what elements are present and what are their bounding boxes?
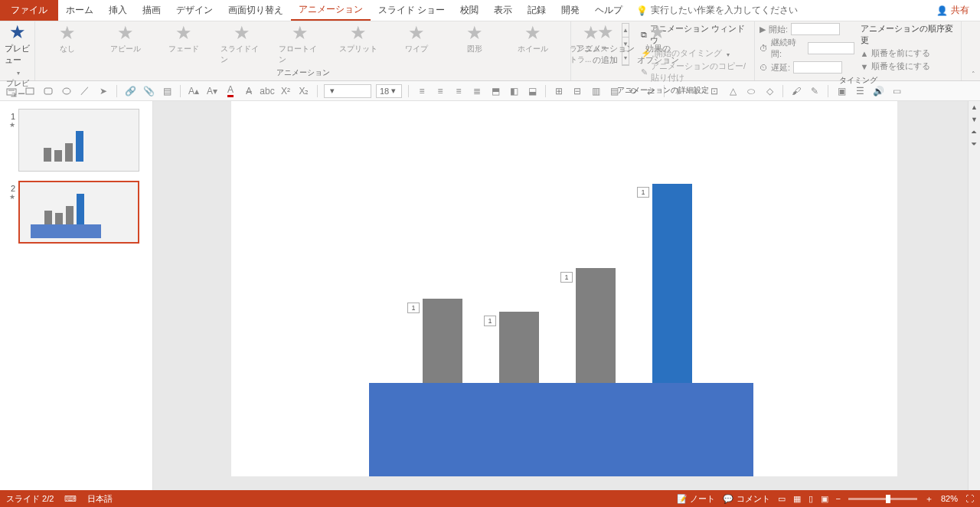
- slide-thumbnail-2[interactable]: [18, 181, 139, 244]
- start-combo[interactable]: [791, 23, 840, 35]
- slide-editor[interactable]: 1 1 1 1 ▲ ▼ ⏶ ⏷: [153, 101, 980, 490]
- reading-view-icon[interactable]: ▯: [808, 494, 813, 504]
- bar-shape-2[interactable]: [499, 312, 539, 383]
- delay-icon: ⏲: [760, 63, 768, 72]
- tell-me-search[interactable]: 💡 実行したい作業を入力してください: [630, 0, 804, 21]
- share-button[interactable]: 👤 共有: [926, 0, 980, 21]
- anim-label: スライドイン: [220, 44, 263, 65]
- anim-split[interactable]: ★スプリット: [337, 24, 380, 54]
- tab-view[interactable]: 表示: [486, 0, 520, 21]
- ellipse-icon[interactable]: [60, 84, 74, 98]
- subscript-icon[interactable]: X₂: [297, 84, 311, 98]
- animation-tag[interactable]: 1: [484, 316, 496, 326]
- tab-record[interactable]: 記録: [520, 0, 554, 21]
- valign-bot-icon[interactable]: ⬓: [525, 84, 539, 98]
- bar-shape-4[interactable]: [652, 184, 692, 383]
- move-earlier-label: 順番を前にする: [871, 47, 930, 59]
- tab-file[interactable]: ファイル: [0, 0, 58, 21]
- scroll-up-icon[interactable]: ▲: [969, 101, 980, 113]
- notes-button[interactable]: 📝 ノート: [677, 493, 715, 505]
- star-icon: ★: [9, 23, 26, 41]
- slide-canvas[interactable]: 1 1 1 1: [231, 101, 897, 476]
- scroll-down-icon[interactable]: ▼: [969, 113, 980, 126]
- align-center-icon[interactable]: ≡: [433, 84, 447, 98]
- font-combo[interactable]: ▾: [324, 84, 371, 98]
- base-rectangle[interactable]: [369, 383, 753, 476]
- vertical-scrollbar[interactable]: ▲ ▼ ⏶ ⏷: [968, 101, 980, 490]
- link-icon[interactable]: 🔗: [123, 84, 137, 98]
- language-indicator[interactable]: 日本語: [87, 493, 113, 505]
- font-decrease-icon[interactable]: A▾: [205, 84, 219, 98]
- tab-design[interactable]: デザイン: [168, 0, 220, 21]
- valign-mid-icon[interactable]: ◧: [507, 84, 521, 98]
- anim-appear[interactable]: ★アピール: [104, 24, 147, 54]
- collapse-ribbon-icon[interactable]: ˄: [972, 70, 975, 78]
- normal-view-icon[interactable]: ▭: [778, 494, 786, 504]
- line-icon[interactable]: ／: [78, 84, 92, 98]
- tab-home[interactable]: ホーム: [58, 0, 101, 21]
- sorter-view-icon[interactable]: ▦: [793, 494, 801, 504]
- anim-label: なし: [60, 44, 75, 54]
- align-left-icon[interactable]: ≡: [415, 84, 429, 98]
- animation-gallery[interactable]: ★なし ★アピール ★フェード ★スライドイン ★フロートイン ★スプリット ★…: [40, 24, 619, 65]
- anim-floatin[interactable]: ★フロートイン: [279, 24, 322, 65]
- prev-slide-icon[interactable]: ⏶: [969, 126, 980, 138]
- reorder-title: アニメーションの順序変更: [861, 23, 956, 46]
- anim-wheel[interactable]: ★ホイール: [511, 24, 554, 54]
- slideshow-view-icon[interactable]: ▣: [821, 494, 828, 504]
- font-increase-icon[interactable]: A▴: [187, 84, 201, 98]
- spellcheck-icon[interactable]: ⌨: [64, 494, 77, 504]
- anim-slidein[interactable]: ★スライドイン: [220, 24, 263, 65]
- animation-tag[interactable]: 1: [637, 187, 649, 198]
- valign-top-icon[interactable]: ⬒: [488, 84, 502, 98]
- group-icon[interactable]: ⊞: [552, 84, 566, 98]
- tell-me-placeholder: 実行したい作業を入力してください: [651, 4, 798, 17]
- fit-window-icon[interactable]: ⛶: [965, 494, 974, 503]
- tab-animations[interactable]: アニメーション: [291, 0, 371, 21]
- font-color-icon[interactable]: A: [224, 84, 237, 98]
- bar-shape-3[interactable]: [576, 268, 616, 383]
- tab-transitions[interactable]: 画面切り替え: [220, 0, 291, 21]
- animation-tag[interactable]: 1: [407, 303, 420, 313]
- superscript-icon[interactable]: X²: [279, 84, 292, 98]
- anim-fade[interactable]: ★フェード: [162, 24, 205, 54]
- zoom-value[interactable]: 82%: [941, 494, 958, 503]
- move-earlier-button[interactable]: ▲順番を前にする: [861, 47, 956, 59]
- effect-options-button[interactable]: ★ 効果の オプション: [637, 23, 679, 66]
- tab-insert[interactable]: 挿入: [101, 0, 135, 21]
- tab-slideshow[interactable]: スライド ショー: [371, 0, 452, 21]
- strike-icon[interactable]: abc: [260, 84, 274, 98]
- move-later-button[interactable]: ▼順番を後にする: [861, 61, 956, 72]
- duration-spin[interactable]: [808, 42, 854, 54]
- tab-help[interactable]: ヘルプ: [587, 0, 630, 21]
- font-size-value: 18: [380, 87, 389, 96]
- font-size-combo[interactable]: 18 ▾: [376, 84, 402, 98]
- tab-draw[interactable]: 描画: [135, 0, 168, 21]
- add-animation-button[interactable]: ★ アニメーション の追加: [576, 23, 635, 66]
- anim-none[interactable]: ★なし: [46, 24, 89, 54]
- rounded-rect-icon[interactable]: [41, 84, 55, 98]
- delay-spin[interactable]: [793, 61, 842, 74]
- slide-thumbnails-pane[interactable]: 1 ★ 2 ★: [0, 101, 153, 490]
- arrow-icon[interactable]: ➤: [96, 84, 110, 98]
- slide-number: 1: [11, 112, 15, 121]
- clear-format-icon[interactable]: A̶: [242, 84, 256, 98]
- preview-label: プレビュー: [5, 43, 30, 66]
- anim-shape[interactable]: ★図形: [453, 24, 496, 54]
- next-slide-icon[interactable]: ⏷: [969, 138, 980, 150]
- tab-review[interactable]: 校閲: [452, 0, 486, 21]
- align-right-icon[interactable]: ≡: [452, 84, 466, 98]
- slide-thumbnail-1[interactable]: [18, 109, 139, 172]
- anim-wipe[interactable]: ★ワイプ: [395, 24, 438, 54]
- preview-button[interactable]: ★ プレビュー: [5, 23, 30, 77]
- align-justify-icon[interactable]: ≣: [470, 84, 484, 98]
- comments-button[interactable]: 💬 コメント: [723, 493, 769, 505]
- attach-icon[interactable]: 📎: [142, 84, 155, 98]
- animation-tag[interactable]: 1: [560, 272, 573, 283]
- zoom-slider[interactable]: [848, 498, 917, 500]
- zoom-in-icon[interactable]: ＋: [925, 493, 933, 505]
- chart-icon[interactable]: ▤: [160, 84, 174, 98]
- zoom-out-icon[interactable]: −: [836, 494, 841, 503]
- bar-shape-1[interactable]: [423, 299, 462, 383]
- tab-developer[interactable]: 開発: [554, 0, 587, 21]
